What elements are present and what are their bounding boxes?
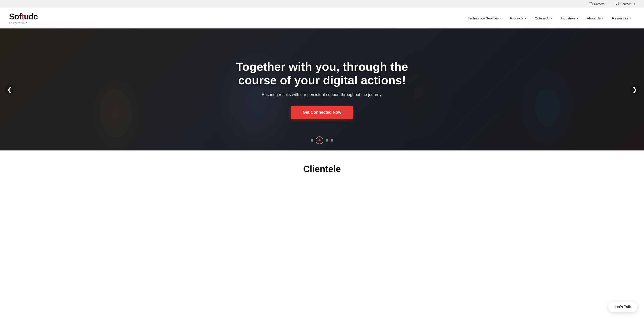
nav-about-us-label: About Us <box>587 16 601 20</box>
hero-subtitle: Ensuring results with our persistent sup… <box>230 92 414 98</box>
hero-content: Together with you, through the course of… <box>220 60 424 119</box>
nav-industries[interactable]: Industries ▼ <box>557 15 582 22</box>
clientele-title: Clientele <box>9 164 635 174</box>
hero-dots <box>311 136 333 144</box>
chevron-down-icon: ▼ <box>524 17 526 20</box>
hero-dot-3[interactable] <box>326 139 328 142</box>
top-bar: Careers Contact Us <box>0 0 644 8</box>
hero-section: ❮ Together with you, through the course … <box>0 29 644 150</box>
careers-link[interactable]: Careers <box>589 2 604 6</box>
logo-wordmark: Softude <box>9 13 38 21</box>
clientele-section: Clientele <box>0 150 644 183</box>
hero-next-button[interactable]: ❯ <box>630 85 640 94</box>
nav-technology-services[interactable]: Technology Services ▼ <box>464 15 505 22</box>
chevron-down-icon: ▼ <box>602 17 604 20</box>
nav-technology-services-label: Technology Services <box>468 16 499 20</box>
chevron-down-icon: ▼ <box>576 17 579 20</box>
nav-about-us[interactable]: About Us ▼ <box>583 15 608 22</box>
hero-prev-button[interactable]: ❮ <box>4 85 14 94</box>
contact-label: Contact Us <box>620 2 635 6</box>
topbar-divider <box>610 2 610 6</box>
nav-octane-ai[interactable]: Octane AI ▼ <box>531 15 556 22</box>
nav-resources[interactable]: Resources ▼ <box>608 15 635 22</box>
careers-label: Careers <box>594 2 604 6</box>
header: Softude by systematiX Technology Service… <box>0 8 644 29</box>
main-nav: Technology Services ▼ Products ▼ Octane … <box>464 15 635 22</box>
chevron-left-icon: ❮ <box>7 86 12 93</box>
nav-octane-ai-label: Octane AI <box>535 16 550 20</box>
logo-accent: t <box>22 12 24 21</box>
nav-industries-label: Industries <box>561 16 576 20</box>
contact-link[interactable]: Contact Us <box>616 2 635 6</box>
hero-cta-button[interactable]: Get Connected Now <box>291 106 353 119</box>
hero-title: Together with you, through the course of… <box>230 60 414 87</box>
chevron-down-icon: ▼ <box>500 17 502 20</box>
hero-dot-2[interactable] <box>316 136 323 144</box>
chevron-down-icon: ▼ <box>629 17 631 20</box>
svg-point-4 <box>617 3 618 4</box>
chevron-right-icon: ❯ <box>632 86 637 93</box>
hero-dot-1[interactable] <box>311 139 314 142</box>
chevron-down-icon: ▼ <box>550 17 553 20</box>
briefcase-icon <box>589 2 592 6</box>
hero-dot-4[interactable] <box>330 139 333 142</box>
nav-products[interactable]: Products ▼ <box>506 15 530 22</box>
contact-icon <box>616 2 619 6</box>
nav-resources-label: Resources <box>612 16 628 20</box>
logo-sub: by systematiX <box>9 21 38 24</box>
logo[interactable]: Softude by systematiX <box>9 13 38 24</box>
nav-products-label: Products <box>510 16 524 20</box>
